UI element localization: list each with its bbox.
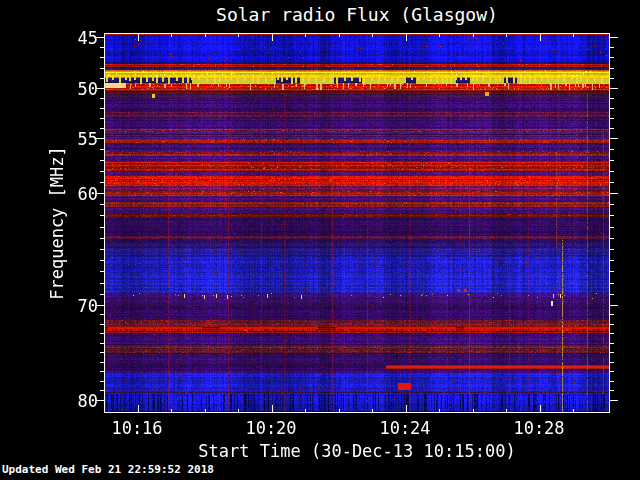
y-axis-label: Frequency [MHz] bbox=[47, 93, 67, 353]
spectrogram-page: { "window": {"width": 640, "height": 480… bbox=[0, 0, 640, 480]
x-tick-label-1016: 10:16 bbox=[97, 418, 177, 438]
x-tick-label-1028: 10:28 bbox=[499, 418, 579, 438]
y-tick-label-45: 45 bbox=[40, 28, 98, 48]
spectrogram-canvas bbox=[88, 25, 626, 421]
y-tick-label-80: 80 bbox=[40, 391, 98, 411]
x-tick-label-1024: 10:24 bbox=[365, 418, 445, 438]
x-tick-label-1020: 10:20 bbox=[231, 418, 311, 438]
chart-title: Solar radio Flux (Glasgow) bbox=[104, 4, 610, 25]
x-axis-label: Start Time (30-Dec-13 10:15:00) bbox=[104, 441, 610, 461]
updated-timestamp: Updated Wed Feb 21 22:59:52 2018 bbox=[2, 463, 214, 476]
